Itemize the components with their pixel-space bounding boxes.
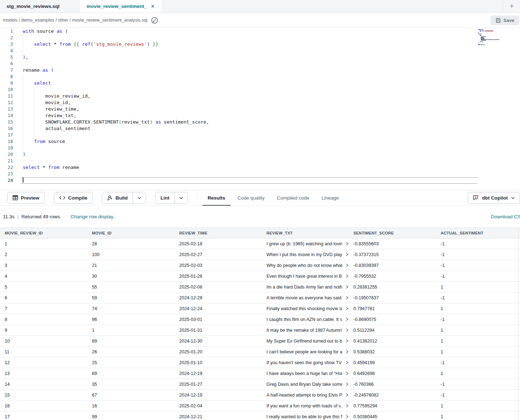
cell-sentiment-score: -0.83555603 [349,241,436,246]
new-tab-button[interactable]: + [503,0,520,13]
editor-tab-1[interactable]: movie_review_sentiment_...✕ [80,0,161,13]
expand-cell-icon[interactable] [345,415,349,419]
tab-close-icon[interactable]: ✕ [151,4,155,9]
code-text: ) [13,151,26,158]
editor-tab-0[interactable]: stg_movie_reviews.sql [0,0,80,13]
cell-review-txt: I can't believe people are looking for a… [262,349,349,354]
line-number: 23 [0,171,13,177]
code-token: * [40,165,48,170]
panel-tab-lineage[interactable]: Lineage [316,190,345,205]
column-header-actual_sentiment: ACTUAL_SENTIMENT [436,231,520,235]
expand-cell-icon[interactable] [345,328,349,332]
code-text: select [13,80,51,86]
code-token [150,41,153,47]
expand-cell-icon[interactable] [345,382,349,386]
cell-review-time: 2024-12-21 [175,414,262,419]
cell-review-txt: If you haven't seen the gong show TV s… [262,360,349,365]
expand-cell-icon[interactable] [345,404,349,408]
expand-cell-icon[interactable] [345,371,349,375]
build-button[interactable]: Build [102,192,133,204]
change-row-display-link[interactable]: Change row display [71,214,114,219]
cell-review-txt: I caught this film on AZN on cable. It s… [262,317,349,322]
build-dropdown-button[interactable] [133,192,146,204]
minimap-token [480,29,482,30]
cell-review-time: 2024-12-30 [175,339,262,344]
expand-cell-icon[interactable] [345,350,349,354]
code-text [13,177,23,184]
download-csv-link[interactable]: Download CSV [491,214,520,219]
review-text: Even though I have great interest in Bi… [266,274,342,279]
expand-cell-icon[interactable] [345,285,349,289]
copilot-sparkle-icon [473,195,479,201]
cell-movie-review-id: 16 [0,403,87,408]
cell-review-time: 2025-02-04 [175,403,262,408]
table-row: 21002025-02-27When I put this movie in m… [0,249,520,260]
table-row: 11262025-01-20I can't believe people are… [0,347,520,357]
table-row: 13892024-12-19I have always been a huge … [0,368,520,379]
expand-cell-icon[interactable] [345,263,349,267]
column-header-movie_review_id: MOVIE_REVIEW_ID [0,231,87,235]
cell-movie-id: 1 [87,328,175,333]
line-number: 12 [0,99,13,106]
code-line: 17 [0,132,520,138]
cell-review-time: 2025-02-18 [175,241,262,246]
cell-sentiment-score: -0.760366 [349,382,436,387]
cell-movie-review-id: 13 [0,371,87,376]
line-number: 10 [0,86,13,93]
cell-movie-review-id: 12 [0,360,87,365]
save-button[interactable]: Save [490,15,519,25]
cell-review-time: 2025-02-27 [175,252,262,257]
cell-sentiment-score: -0.19507837 [349,295,436,300]
expand-cell-icon[interactable] [345,253,349,256]
code-editor[interactable]: 1with source as (23 select * from {{ ref… [0,28,520,190]
table-row: 3212025-02-03Why do people who do not kn… [0,260,520,271]
expand-cell-icon[interactable] [345,393,349,397]
minimap-token [479,32,479,33]
build-label: Build [115,195,128,201]
cell-movie-id: 28 [87,241,175,246]
expand-cell-icon[interactable] [345,317,349,321]
panel-tab-code-quality[interactable]: Code quality [232,190,271,205]
expand-cell-icon[interactable] [345,242,349,246]
expand-cell-icon[interactable] [345,296,349,300]
code-token: actual_sentiment [23,126,91,131]
lint-dropdown-button[interactable] [175,192,188,204]
cell-actual-sentiment: 1 [436,349,520,354]
cell-sentiment-score: 0.6492698 [349,371,436,376]
cell-review-time: 2025-02-03 [175,263,262,268]
code-token: , [26,54,28,60]
code-line: 2 [0,35,520,41]
cell-review-txt: When I put this movie in my DVD playe… [262,252,349,257]
code-text: movie_id, [13,99,71,106]
code-text [13,35,23,41]
code-text [13,61,23,67]
build-split-button: Build [102,192,146,204]
code-token: review_txt, [23,113,76,118]
dbt-copilot-button[interactable]: dbt Copilot [468,192,520,204]
cell-sentiment-score: 0.4594199 [349,360,436,365]
panel-tab-results[interactable]: Results [202,190,232,205]
expand-cell-icon[interactable] [345,361,349,365]
file-state-icon[interactable] [151,17,158,24]
lint-button[interactable]: Lint [155,192,175,204]
expand-cell-icon[interactable] [345,307,349,310]
compile-button[interactable]: Compile [54,192,93,204]
code-token [23,41,34,47]
review-text: I grew up (b. 1965) watching and lovin… [266,241,342,246]
panel-tab-compiled-code[interactable]: Compiled code [271,190,316,205]
code-line: 10 [0,86,520,93]
code-token [23,139,34,144]
cell-review-txt: Why do people who do not know what… [262,263,349,268]
cell-actual-sentiment: -1 [436,393,520,398]
line-number: 6 [0,61,13,67]
preview-button[interactable]: Preview [7,192,45,204]
table-row: 17992024-12-21I really wanted to be able… [0,411,520,420]
expand-cell-icon[interactable] [345,339,349,343]
table-icon [13,195,18,200]
expand-cell-icon[interactable] [345,274,349,278]
indent-guide [23,35,23,54]
code-token: sentiment_score, [161,119,209,125]
cell-review-txt: I have always been a huge fan of "Hom… [262,371,349,376]
code-line: 5), [0,54,520,61]
editor-minimap[interactable] [478,29,504,46]
